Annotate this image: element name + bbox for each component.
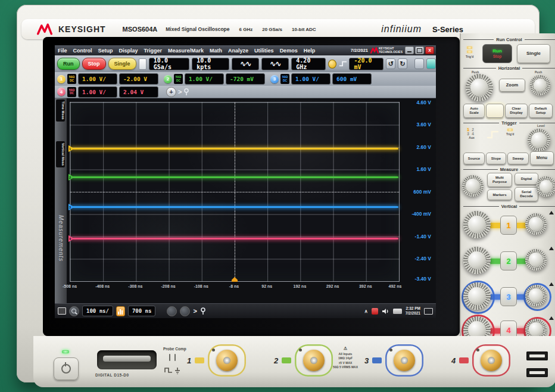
pin-icon[interactable] xyxy=(200,307,206,315)
channel-1-scale[interactable]: 1.00 V/ xyxy=(78,73,117,85)
horizontal-scale-readout[interactable]: 100 ns/ xyxy=(82,306,113,316)
ch1-button[interactable]: 1 xyxy=(500,216,517,235)
stop-button[interactable]: Stop xyxy=(82,58,106,70)
speaker-icon[interactable] xyxy=(382,308,389,315)
ch3-scale-knob[interactable] xyxy=(463,282,491,310)
menu-setup[interactable]: Setup xyxy=(95,48,116,54)
channel-1-icon[interactable]: 1 xyxy=(57,75,66,83)
channel-2-icon[interactable]: 2 xyxy=(164,75,172,83)
horizontal-scale-knob[interactable] xyxy=(466,74,493,101)
multi-purpose-button[interactable]: Multi Purpose xyxy=(487,173,512,187)
tray-expand-icon[interactable]: ∧ xyxy=(364,309,368,314)
touch-button[interactable] xyxy=(486,104,504,118)
menu-measure-mark[interactable]: Measure/Mark xyxy=(165,48,207,54)
trigger-source-button[interactable]: Source xyxy=(463,153,485,164)
trace-channel-4[interactable] xyxy=(71,238,398,239)
usb-port-2[interactable] xyxy=(526,368,548,377)
ch3-button[interactable]: 3 xyxy=(500,287,517,306)
ground-marker-ch3[interactable]: 3 xyxy=(68,204,74,210)
channel-2-scale[interactable]: 1.00 V/ xyxy=(185,73,224,85)
bandwidth-readout[interactable]: 4.20 GHz xyxy=(291,58,326,70)
channel-3-coupling-badge[interactable]: 50ΩDC xyxy=(280,74,289,84)
window-icon[interactable] xyxy=(58,307,66,315)
tray-app-icon[interactable] xyxy=(372,308,378,315)
digital-pod-connector[interactable] xyxy=(97,350,157,369)
channel-1-input[interactable]: 1 xyxy=(187,344,246,377)
probe-comp-terminals[interactable] xyxy=(169,354,176,361)
tab-time-meas[interactable]: Time Meas xyxy=(56,99,65,122)
menu-display[interactable]: Display xyxy=(116,48,141,54)
channel-2-coupling-badge[interactable]: 50ΩDC xyxy=(174,74,183,84)
trigger-edge-icon[interactable] xyxy=(339,60,347,68)
expand-chevron-icon[interactable]: > xyxy=(178,88,182,95)
auto-scale-button[interactable]: Auto Scale xyxy=(463,104,485,118)
run-button[interactable]: Run xyxy=(57,58,80,70)
pin-icon[interactable] xyxy=(183,88,189,96)
default-setup-button[interactable]: Default Setup xyxy=(529,104,553,118)
ground-marker-ch2[interactable]: 2 xyxy=(68,174,74,181)
menu-analyze[interactable]: Analyze xyxy=(225,48,251,54)
status-icon-2[interactable] xyxy=(180,306,190,316)
add-waveform-button[interactable]: + xyxy=(166,87,176,97)
histogram-icon[interactable] xyxy=(116,306,125,316)
clear-display-button[interactable]: Clear Display xyxy=(505,104,528,118)
waveform-style-icon[interactable]: ∿∿ xyxy=(261,58,289,70)
trigger-level-readout[interactable]: -20.0 mV xyxy=(349,58,383,70)
single-button[interactable]: Single xyxy=(108,58,136,70)
tab-vertical-meas[interactable]: Vertical Meas xyxy=(56,141,65,167)
horizontal-delay-knob[interactable] xyxy=(530,75,550,95)
close-button[interactable]: X xyxy=(425,46,434,54)
graticule[interactable]: 1 2 3 4 xyxy=(70,102,400,282)
digital-button[interactable]: Digital xyxy=(515,173,538,185)
zoom-button[interactable]: Zoom xyxy=(499,79,525,92)
redo-icon[interactable]: ↻ xyxy=(398,58,407,69)
keyboard-icon[interactable] xyxy=(393,309,402,314)
trigger-source-icon[interactable] xyxy=(328,60,336,69)
trigger-time-marker[interactable] xyxy=(232,277,238,282)
usb-port-1[interactable] xyxy=(526,351,548,360)
status-icon-1[interactable] xyxy=(167,306,177,316)
menu-control[interactable]: Control xyxy=(70,48,95,54)
ch1-offset-knob[interactable] xyxy=(525,213,547,235)
minimize-button[interactable] xyxy=(405,46,414,54)
menu-trigger[interactable]: Trigger xyxy=(141,48,166,54)
channel-2-input[interactable]: 2 xyxy=(274,344,333,377)
touch-toggle-icon[interactable] xyxy=(426,58,436,69)
ch4-bnc-connector[interactable] xyxy=(472,344,510,377)
ch3-bnc-connector[interactable] xyxy=(385,344,423,377)
run-stop-button[interactable]: Run Stop xyxy=(482,44,512,63)
single-button-panel[interactable]: Single xyxy=(517,44,550,63)
trigger-level-knob[interactable] xyxy=(528,129,550,151)
memory-depth-readout[interactable]: 10.0 kpts xyxy=(192,58,229,70)
channel-3-input[interactable]: 3 xyxy=(364,344,423,377)
keyboard-toggle-icon[interactable] xyxy=(414,58,424,69)
maximize-button[interactable] xyxy=(415,46,424,54)
ch2-offset-knob[interactable] xyxy=(525,249,547,270)
cursors-knob[interactable] xyxy=(462,175,484,197)
serial-decode-button[interactable]: Serial Decode xyxy=(515,187,538,201)
menu-file[interactable]: File xyxy=(55,48,70,54)
measurements-panel-tab[interactable]: Measurements xyxy=(55,188,66,289)
menu-demos[interactable]: Demos xyxy=(277,48,301,54)
channel-2-offset[interactable]: -720 mV xyxy=(226,73,265,85)
markers-button[interactable]: Markers xyxy=(487,189,512,200)
monitor-icon[interactable] xyxy=(424,308,433,315)
channel-3-offset[interactable]: 600 mV xyxy=(332,73,372,85)
menu-help[interactable]: Help xyxy=(301,48,319,54)
menu-utilities[interactable]: Utilities xyxy=(251,48,277,54)
channel-1-coupling-badge[interactable]: 50ΩDC xyxy=(67,74,76,84)
trigger-sweep-button[interactable]: Sweep xyxy=(507,153,529,164)
ch3-offset-knob[interactable] xyxy=(525,285,547,306)
menu-math[interactable]: Math xyxy=(207,48,225,54)
power-button[interactable] xyxy=(54,357,79,380)
ground-marker-ch4[interactable]: 4 xyxy=(68,235,74,242)
channel-4-input[interactable]: 4 xyxy=(451,344,510,377)
trigger-slope-button[interactable]: Slope xyxy=(486,153,506,164)
channel-3-icon[interactable]: 3 xyxy=(270,75,279,83)
sample-rate-readout[interactable]: 10.0 GSa/s xyxy=(149,58,189,70)
ch1-bnc-connector[interactable] xyxy=(208,344,246,377)
ch1-scale-knob[interactable] xyxy=(463,211,491,238)
trigger-menu-button[interactable]: Menu xyxy=(530,151,554,165)
trace-channel-1[interactable] xyxy=(71,148,398,150)
undo-icon[interactable]: ↺ xyxy=(386,58,395,69)
